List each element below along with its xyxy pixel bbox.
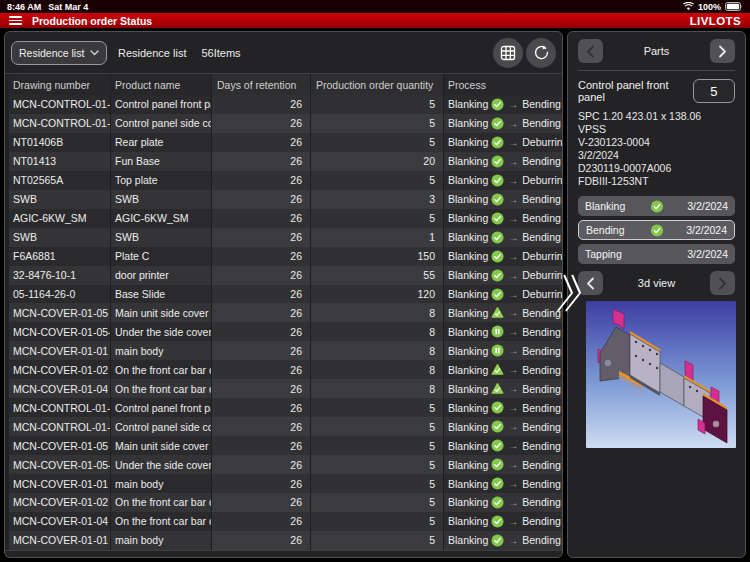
- cell-order-quantity: 5: [311, 474, 444, 493]
- cell-process: Blanking→Bending: [444, 512, 562, 531]
- cell-order-quantity: 8: [311, 303, 444, 322]
- cell-days-retention: 26: [212, 474, 311, 493]
- grid-view-button[interactable]: [493, 38, 523, 68]
- previous-part-button[interactable]: [578, 39, 603, 63]
- chevron-left-icon: [586, 45, 595, 58]
- refresh-button[interactable]: [526, 38, 556, 68]
- cell-process: Blanking→Deburring: [444, 266, 562, 285]
- cell-drawing-number: MCN-COVER-01-04: [9, 379, 111, 398]
- part-name: Control panel front panel: [578, 79, 693, 103]
- cell-product-name: AGIC-6KW_SM: [111, 209, 212, 228]
- table-header: Drawing number Product name Days of rete…: [9, 74, 562, 95]
- cell-product-name: On the front car bar of t…: [111, 379, 212, 398]
- table-row[interactable]: MCN-COVER-01-01main body265Blanking→Bend…: [9, 474, 562, 493]
- next-part-button[interactable]: [710, 39, 735, 63]
- table-row[interactable]: MCN-COVER-01-02On the front car bar of t…: [9, 493, 562, 512]
- cell-process: Blanking→Bending: [444, 190, 562, 209]
- cell-order-quantity: 5: [311, 133, 444, 152]
- process-date: 3/2/2024: [687, 200, 728, 212]
- table-row[interactable]: MCN-COVER-01-05-2Under the side cover of…: [9, 322, 562, 341]
- arrow-icon: →: [507, 383, 519, 394]
- check-icon: [491, 534, 504, 547]
- cell-days-retention: 26: [212, 512, 311, 531]
- table-row[interactable]: MCN-COVER-01-04On the front car bar of t…: [9, 379, 562, 398]
- table-row[interactable]: MCN-COVER-01-01main body268Blanking→Bend…: [9, 341, 562, 360]
- list-select-dropdown[interactable]: Residence list: [11, 41, 107, 65]
- cell-process: Blanking→Bending: [444, 379, 562, 398]
- cell-process: Blanking→Bending: [444, 455, 562, 474]
- panel-collapse-handle[interactable]: [558, 272, 584, 314]
- table-row[interactable]: MCN-COVER-01-05Main unit side cover268Bl…: [9, 303, 562, 322]
- table-row[interactable]: F6A6881Plate C26150Blanking→Deburring: [9, 247, 562, 266]
- 3d-part-image[interactable]: [586, 301, 736, 448]
- table-row[interactable]: MCN-CONTROL-01-1Control panel front pane…: [9, 95, 562, 114]
- arrow-icon: →: [507, 421, 519, 432]
- cell-product-name: Control panel side cove…: [111, 417, 212, 436]
- cell-product-name: main body: [111, 531, 212, 550]
- col-days-retention: Days of retention: [212, 74, 311, 95]
- table-row[interactable]: MCN-CONTROL-01-3Control panel side cove……: [9, 114, 562, 133]
- col-process: Process: [444, 74, 562, 95]
- check-icon: [491, 212, 504, 225]
- cell-drawing-number: MCN-COVER-01-02: [9, 360, 111, 379]
- table-row[interactable]: SWBSWB263Blanking→Bending: [9, 190, 562, 209]
- menu-icon[interactable]: [9, 16, 22, 25]
- arrow-icon: →: [507, 194, 519, 205]
- parts-panel-title: Parts: [603, 45, 710, 57]
- cell-days-retention: 26: [212, 398, 311, 417]
- battery-icon: [725, 2, 743, 11]
- cell-drawing-number: MCN-COVER-01-05: [9, 303, 111, 322]
- cell-product-name: Base Slide: [111, 285, 212, 304]
- cell-product-name: Control panel front panel: [111, 398, 212, 417]
- items-count: 56Items: [201, 47, 240, 59]
- table-row[interactable]: MCN-COVER-01-05Main unit side cover265Bl…: [9, 436, 562, 455]
- viewer-next-button[interactable]: [710, 271, 735, 295]
- table-row[interactable]: MCN-COVER-01-04On the front car bar of t…: [9, 512, 562, 531]
- wifi-icon: [683, 2, 694, 11]
- cell-order-quantity: 5: [311, 531, 444, 550]
- table-row[interactable]: MCN-CONTROL-01-1Control panel front pane…: [9, 398, 562, 417]
- toolbar: Residence list Residence list 56Items: [5, 32, 562, 73]
- table-row[interactable]: NT02565ATop plate265Blanking→Deburring: [9, 171, 562, 190]
- cell-days-retention: 26: [212, 493, 311, 512]
- cell-days-retention: 26: [212, 209, 311, 228]
- date: Sat Mar 4: [48, 2, 88, 12]
- cell-days-retention: 26: [212, 417, 311, 436]
- table-row[interactable]: MCN-COVER-01-01main body265Blanking→Bend…: [9, 531, 562, 550]
- arrow-icon: →: [507, 156, 519, 167]
- cell-process: Blanking→Bending: [444, 531, 562, 550]
- arrow-icon: →: [507, 251, 519, 262]
- process-status-row[interactable]: Blanking3/2/2024: [578, 196, 735, 216]
- check-icon: [491, 401, 504, 414]
- cell-product-name: Under the side cover of …: [111, 455, 212, 474]
- viewer-title: 3d view: [603, 277, 710, 289]
- brand-logo: LIVLOTS: [690, 15, 741, 27]
- check-icon: [491, 117, 504, 130]
- part-quantity-input[interactable]: 5: [693, 79, 735, 103]
- process-status-row[interactable]: Tapping3/2/2024: [578, 244, 735, 264]
- table-row[interactable]: NT01406BRear plate265Blanking→Deburring: [9, 133, 562, 152]
- cell-drawing-number: AGIC-6KW_SM: [9, 209, 111, 228]
- table-row[interactable]: SWBSWB261Blanking→Bending: [9, 228, 562, 247]
- cell-product-name: Rear plate: [111, 133, 212, 152]
- arrow-icon: →: [507, 364, 519, 375]
- arrow-icon: →: [507, 497, 519, 508]
- cell-days-retention: 26: [212, 303, 311, 322]
- cell-product-name: main body: [111, 474, 212, 493]
- arrow-icon: →: [507, 459, 519, 470]
- table-row[interactable]: 32-8476-10-1door printer2655Blanking→Deb…: [9, 266, 562, 285]
- process-status-row[interactable]: Bending3/2/2024: [578, 220, 735, 240]
- cell-drawing-number: MCN-COVER-01-01: [9, 474, 111, 493]
- cell-drawing-number: F6A6881: [9, 247, 111, 266]
- col-drawing-number: Drawing number: [9, 74, 111, 95]
- table-row[interactable]: MCN-COVER-01-02On the front car bar of t…: [9, 360, 562, 379]
- table-row[interactable]: 05-1164-26-0Base Slide26120Blanking→Debu…: [9, 285, 562, 304]
- table-row[interactable]: MCN-COVER-01-05-2Under the side cover of…: [9, 455, 562, 474]
- table-row[interactable]: NT01413Fun Base2620Blanking→Bending: [9, 152, 562, 171]
- cell-product-name: Main unit side cover: [111, 303, 212, 322]
- cell-product-name: door printer: [111, 266, 212, 285]
- cell-drawing-number: NT02565A: [9, 171, 111, 190]
- cell-drawing-number: MCN-COVER-01-01: [9, 341, 111, 360]
- table-row[interactable]: AGIC-6KW_SMAGIC-6KW_SM265Blanking→Bendin…: [9, 209, 562, 228]
- table-row[interactable]: MCN-CONTROL-01-3Control panel side cove……: [9, 417, 562, 436]
